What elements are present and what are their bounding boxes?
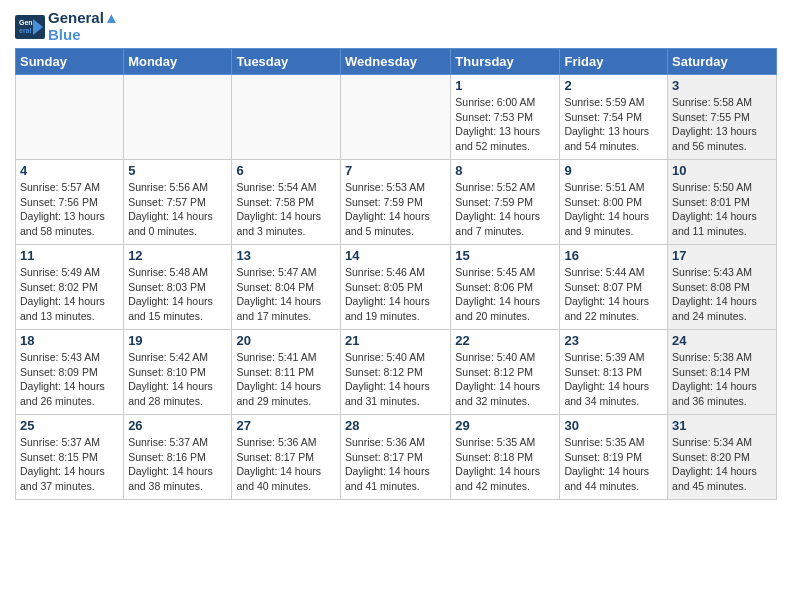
logo-line2: Blue (48, 27, 119, 44)
day-number: 14 (345, 248, 446, 263)
calendar-cell: 17Sunrise: 5:43 AM Sunset: 8:08 PM Dayli… (668, 245, 777, 330)
calendar-cell: 6Sunrise: 5:54 AM Sunset: 7:58 PM Daylig… (232, 160, 341, 245)
day-detail: Sunrise: 5:39 AM Sunset: 8:13 PM Dayligh… (564, 350, 663, 409)
calendar-cell: 9Sunrise: 5:51 AM Sunset: 8:00 PM Daylig… (560, 160, 668, 245)
calendar-cell: 29Sunrise: 5:35 AM Sunset: 8:18 PM Dayli… (451, 415, 560, 500)
page-container: Gen eral General▲ Blue SundayMondayTuesd… (0, 0, 792, 510)
day-detail: Sunrise: 5:50 AM Sunset: 8:01 PM Dayligh… (672, 180, 772, 239)
day-number: 19 (128, 333, 227, 348)
calendar-cell: 4Sunrise: 5:57 AM Sunset: 7:56 PM Daylig… (16, 160, 124, 245)
calendar-cell: 22Sunrise: 5:40 AM Sunset: 8:12 PM Dayli… (451, 330, 560, 415)
weekday-header-saturday: Saturday (668, 49, 777, 75)
day-detail: Sunrise: 5:54 AM Sunset: 7:58 PM Dayligh… (236, 180, 336, 239)
day-number: 20 (236, 333, 336, 348)
day-detail: Sunrise: 5:36 AM Sunset: 8:17 PM Dayligh… (236, 435, 336, 494)
day-detail: Sunrise: 6:00 AM Sunset: 7:53 PM Dayligh… (455, 95, 555, 154)
calendar-cell: 2Sunrise: 5:59 AM Sunset: 7:54 PM Daylig… (560, 75, 668, 160)
svg-text:eral: eral (19, 27, 32, 34)
day-detail: Sunrise: 5:46 AM Sunset: 8:05 PM Dayligh… (345, 265, 446, 324)
week-row-1: 1Sunrise: 6:00 AM Sunset: 7:53 PM Daylig… (16, 75, 777, 160)
calendar-cell (341, 75, 451, 160)
day-detail: Sunrise: 5:47 AM Sunset: 8:04 PM Dayligh… (236, 265, 336, 324)
calendar-cell: 18Sunrise: 5:43 AM Sunset: 8:09 PM Dayli… (16, 330, 124, 415)
day-detail: Sunrise: 5:35 AM Sunset: 8:19 PM Dayligh… (564, 435, 663, 494)
day-detail: Sunrise: 5:36 AM Sunset: 8:17 PM Dayligh… (345, 435, 446, 494)
day-number: 4 (20, 163, 119, 178)
day-detail: Sunrise: 5:43 AM Sunset: 8:09 PM Dayligh… (20, 350, 119, 409)
day-number: 8 (455, 163, 555, 178)
day-number: 29 (455, 418, 555, 433)
day-number: 18 (20, 333, 119, 348)
weekday-header-friday: Friday (560, 49, 668, 75)
day-number: 25 (20, 418, 119, 433)
logo: Gen eral General▲ Blue (15, 10, 119, 43)
calendar-cell (124, 75, 232, 160)
weekday-header-row: SundayMondayTuesdayWednesdayThursdayFrid… (16, 49, 777, 75)
calendar-cell: 10Sunrise: 5:50 AM Sunset: 8:01 PM Dayli… (668, 160, 777, 245)
calendar: SundayMondayTuesdayWednesdayThursdayFrid… (15, 48, 777, 500)
calendar-cell: 16Sunrise: 5:44 AM Sunset: 8:07 PM Dayli… (560, 245, 668, 330)
day-number: 26 (128, 418, 227, 433)
calendar-cell: 31Sunrise: 5:34 AM Sunset: 8:20 PM Dayli… (668, 415, 777, 500)
day-number: 9 (564, 163, 663, 178)
calendar-cell: 15Sunrise: 5:45 AM Sunset: 8:06 PM Dayli… (451, 245, 560, 330)
calendar-cell: 30Sunrise: 5:35 AM Sunset: 8:19 PM Dayli… (560, 415, 668, 500)
day-detail: Sunrise: 5:40 AM Sunset: 8:12 PM Dayligh… (345, 350, 446, 409)
calendar-cell: 20Sunrise: 5:41 AM Sunset: 8:11 PM Dayli… (232, 330, 341, 415)
week-row-2: 4Sunrise: 5:57 AM Sunset: 7:56 PM Daylig… (16, 160, 777, 245)
calendar-cell: 24Sunrise: 5:38 AM Sunset: 8:14 PM Dayli… (668, 330, 777, 415)
day-number: 13 (236, 248, 336, 263)
day-detail: Sunrise: 5:58 AM Sunset: 7:55 PM Dayligh… (672, 95, 772, 154)
day-number: 21 (345, 333, 446, 348)
day-detail: Sunrise: 5:44 AM Sunset: 8:07 PM Dayligh… (564, 265, 663, 324)
day-number: 12 (128, 248, 227, 263)
calendar-cell: 19Sunrise: 5:42 AM Sunset: 8:10 PM Dayli… (124, 330, 232, 415)
weekday-header-sunday: Sunday (16, 49, 124, 75)
day-number: 5 (128, 163, 227, 178)
calendar-cell: 13Sunrise: 5:47 AM Sunset: 8:04 PM Dayli… (232, 245, 341, 330)
day-detail: Sunrise: 5:51 AM Sunset: 8:00 PM Dayligh… (564, 180, 663, 239)
day-detail: Sunrise: 5:52 AM Sunset: 7:59 PM Dayligh… (455, 180, 555, 239)
day-detail: Sunrise: 5:56 AM Sunset: 7:57 PM Dayligh… (128, 180, 227, 239)
logo-line1: General▲ (48, 10, 119, 27)
weekday-header-tuesday: Tuesday (232, 49, 341, 75)
day-number: 16 (564, 248, 663, 263)
calendar-cell: 26Sunrise: 5:37 AM Sunset: 8:16 PM Dayli… (124, 415, 232, 500)
logo-icon: Gen eral (15, 15, 45, 39)
day-number: 15 (455, 248, 555, 263)
day-number: 24 (672, 333, 772, 348)
week-row-4: 18Sunrise: 5:43 AM Sunset: 8:09 PM Dayli… (16, 330, 777, 415)
day-number: 22 (455, 333, 555, 348)
calendar-cell: 21Sunrise: 5:40 AM Sunset: 8:12 PM Dayli… (341, 330, 451, 415)
day-detail: Sunrise: 5:37 AM Sunset: 8:16 PM Dayligh… (128, 435, 227, 494)
day-number: 28 (345, 418, 446, 433)
day-detail: Sunrise: 5:42 AM Sunset: 8:10 PM Dayligh… (128, 350, 227, 409)
calendar-cell: 25Sunrise: 5:37 AM Sunset: 8:15 PM Dayli… (16, 415, 124, 500)
day-number: 6 (236, 163, 336, 178)
day-number: 31 (672, 418, 772, 433)
calendar-cell (16, 75, 124, 160)
day-number: 1 (455, 78, 555, 93)
day-number: 7 (345, 163, 446, 178)
calendar-cell: 3Sunrise: 5:58 AM Sunset: 7:55 PM Daylig… (668, 75, 777, 160)
day-number: 11 (20, 248, 119, 263)
day-detail: Sunrise: 5:59 AM Sunset: 7:54 PM Dayligh… (564, 95, 663, 154)
day-number: 2 (564, 78, 663, 93)
day-number: 27 (236, 418, 336, 433)
calendar-cell: 7Sunrise: 5:53 AM Sunset: 7:59 PM Daylig… (341, 160, 451, 245)
day-number: 30 (564, 418, 663, 433)
weekday-header-wednesday: Wednesday (341, 49, 451, 75)
day-detail: Sunrise: 5:45 AM Sunset: 8:06 PM Dayligh… (455, 265, 555, 324)
day-number: 10 (672, 163, 772, 178)
day-detail: Sunrise: 5:38 AM Sunset: 8:14 PM Dayligh… (672, 350, 772, 409)
calendar-cell: 23Sunrise: 5:39 AM Sunset: 8:13 PM Dayli… (560, 330, 668, 415)
svg-text:Gen: Gen (19, 19, 33, 26)
day-detail: Sunrise: 5:41 AM Sunset: 8:11 PM Dayligh… (236, 350, 336, 409)
day-number: 17 (672, 248, 772, 263)
day-detail: Sunrise: 5:48 AM Sunset: 8:03 PM Dayligh… (128, 265, 227, 324)
calendar-cell (232, 75, 341, 160)
calendar-cell: 5Sunrise: 5:56 AM Sunset: 7:57 PM Daylig… (124, 160, 232, 245)
day-detail: Sunrise: 5:49 AM Sunset: 8:02 PM Dayligh… (20, 265, 119, 324)
day-detail: Sunrise: 5:34 AM Sunset: 8:20 PM Dayligh… (672, 435, 772, 494)
calendar-cell: 27Sunrise: 5:36 AM Sunset: 8:17 PM Dayli… (232, 415, 341, 500)
